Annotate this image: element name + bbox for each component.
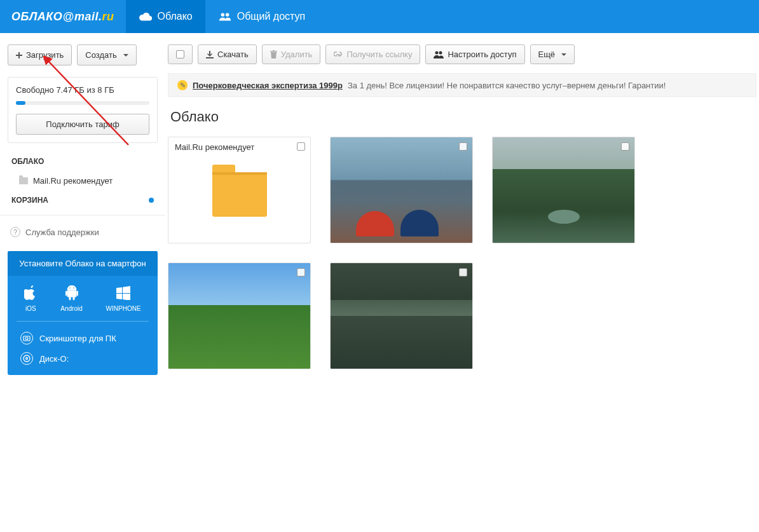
file-image-2[interactable]: [492, 137, 635, 243]
logo-mail: mail: [74, 10, 99, 23]
promo-screenshoter-label: Скриншотер для ПК: [39, 334, 116, 343]
upload-label: Загрузить: [26, 50, 64, 60]
svg-point-1: [226, 13, 229, 17]
file-grid: Mail.Ru рекомендует: [168, 137, 756, 369]
android-icon: [65, 285, 78, 301]
page-title: Облако: [170, 109, 756, 125]
access-label: Настроить доступ: [448, 50, 516, 59]
tab-shared-label: Общий доступ: [237, 11, 306, 22]
plus-icon: [16, 52, 22, 58]
ad-icon: ✎: [177, 80, 188, 90]
promo-divider: [17, 321, 149, 322]
more-label: Ещё: [538, 50, 556, 59]
logo-at: @: [62, 10, 74, 23]
more-button[interactable]: Ещё: [530, 44, 575, 64]
file-image-4[interactable]: [330, 263, 473, 369]
file-checkbox[interactable]: [459, 268, 467, 276]
storage-widget: Свободно 7.47 ГБ из 8 ГБ Подключить тари…: [8, 77, 158, 143]
logo-ru: ru: [102, 10, 114, 23]
logo-text: ОБЛАКО: [11, 10, 62, 23]
promo-ios[interactable]: iOS: [24, 285, 37, 312]
promo-ios-label: iOS: [25, 305, 36, 312]
create-label: Создать: [85, 50, 116, 60]
trash-indicator-icon: [149, 198, 154, 203]
link-icon: [334, 51, 343, 58]
tab-shared[interactable]: Общий доступ: [205, 0, 318, 33]
svg-point-7: [26, 358, 28, 360]
promo-disko-label: Диск-О:: [39, 354, 69, 364]
promo-title: Установите Облако на смартфон: [8, 251, 158, 276]
promo-disko[interactable]: Диск-О:: [8, 348, 158, 369]
ad-text: За 1 день! Все лицензии! Не понравится к…: [348, 81, 666, 90]
download-icon: [206, 51, 214, 58]
svg-point-8: [435, 51, 439, 54]
file-image-1[interactable]: [330, 137, 473, 243]
support-link[interactable]: ? Служба поддержки: [8, 222, 158, 242]
file-checkbox[interactable]: [459, 142, 467, 151]
sidebar-item-label: Mail.Ru рекомендует: [33, 176, 113, 186]
svg-point-0: [221, 13, 224, 17]
ad-banner[interactable]: ✎ Почерковедческая экспертиза 1999р За 1…: [168, 73, 756, 97]
delete-button[interactable]: Удалить: [262, 44, 321, 64]
storage-bar: [16, 101, 149, 105]
help-icon: ?: [10, 227, 20, 237]
section-trash-title[interactable]: КОРЗИНА: [11, 196, 48, 205]
tab-cloud-label: Облако: [158, 11, 193, 22]
svg-point-2: [69, 287, 71, 289]
access-button[interactable]: Настроить доступ: [425, 44, 524, 64]
logo[interactable]: ОБЛАКО@mail.ru: [0, 10, 126, 24]
promo-winphone-label: WINPHONE: [106, 305, 141, 312]
promo-winphone[interactable]: WINPHONE: [106, 285, 141, 312]
ad-link[interactable]: Почерковедческая экспертиза 1999р: [193, 81, 343, 90]
download-label: Скачать: [217, 50, 249, 59]
windows-icon: [116, 285, 130, 301]
promo-android[interactable]: Android: [60, 285, 82, 312]
apple-icon: [24, 285, 37, 301]
tariff-button[interactable]: Подключить тариф: [16, 114, 149, 135]
tariff-label: Подключить тариф: [46, 119, 119, 129]
svg-point-6: [24, 355, 30, 362]
storage-text: Свободно 7.47 ГБ из 8 ГБ: [16, 85, 149, 95]
promo-box: Установите Облако на смартфон iOS Androi…: [8, 251, 158, 375]
people-icon: [434, 51, 444, 58]
checkbox-icon: [176, 50, 184, 58]
svg-point-5: [25, 338, 28, 340]
folder-large-icon: [212, 172, 267, 217]
promo-screenshoter[interactable]: Скриншотер для ПК: [8, 328, 158, 348]
cloud-icon: [139, 11, 153, 22]
upload-button[interactable]: Загрузить: [8, 44, 72, 65]
file-folder-recommends[interactable]: Mail.Ru рекомендует: [168, 137, 311, 243]
svg-point-3: [73, 287, 74, 289]
trash-icon: [270, 50, 277, 58]
people-icon: [218, 11, 232, 22]
disk-icon: [20, 352, 33, 365]
sidebar-item-recommends[interactable]: Mail.Ru рекомендует: [8, 172, 158, 189]
file-checkbox[interactable]: [297, 142, 305, 151]
download-button[interactable]: Скачать: [198, 44, 257, 64]
folder-icon: [19, 177, 28, 184]
promo-android-label: Android: [60, 305, 82, 312]
tab-cloud[interactable]: Облако: [126, 0, 205, 33]
camera-icon: [20, 332, 33, 344]
select-all-button[interactable]: [168, 44, 193, 64]
section-cloud-title: ОБЛАКО: [8, 151, 158, 172]
svg-point-9: [439, 51, 442, 54]
file-image-3[interactable]: [168, 263, 311, 369]
delete-label: Удалить: [281, 50, 313, 59]
file-label: Mail.Ru рекомендует: [175, 142, 254, 152]
create-button[interactable]: Создать: [77, 44, 136, 65]
divider: [0, 215, 165, 215]
getlink-label: Получить ссылку: [346, 50, 412, 59]
support-label: Служба поддержки: [25, 228, 99, 237]
file-checkbox[interactable]: [621, 142, 629, 151]
getlink-button[interactable]: Получить ссылку: [325, 44, 420, 64]
file-checkbox[interactable]: [297, 268, 305, 276]
